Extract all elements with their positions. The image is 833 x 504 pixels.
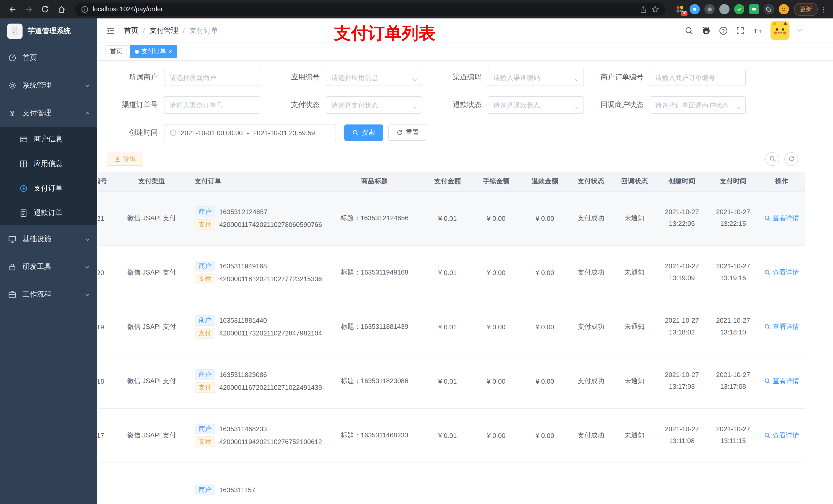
product-title: 标题：1635311881439 — [326, 299, 423, 354]
smiley-icon[interactable] — [779, 4, 789, 14]
avatar-caret-icon[interactable] — [797, 29, 802, 32]
sidebar-item-workflow[interactable]: 工作流程 — [0, 281, 97, 308]
breadcrumb-home[interactable]: 首页 — [124, 26, 138, 35]
avatar[interactable] — [770, 21, 789, 40]
green-chat-icon[interactable] — [749, 4, 759, 14]
col-action: 操作 — [759, 172, 805, 191]
date-range-picker[interactable]: 2021-10-01 00:00:00 - 2021-10-31 23:59:5… — [164, 124, 336, 141]
breadcrumb-pay-mgmt[interactable]: 支付管理 — [149, 26, 178, 35]
view-detail-link[interactable]: 查看详情 — [764, 322, 799, 331]
merchant-order-no-input[interactable] — [649, 69, 746, 86]
channel-code-select[interactable] — [488, 69, 584, 86]
pay-amount: ¥ 0.01 — [423, 299, 472, 354]
channel-order-no-input[interactable] — [164, 96, 260, 114]
create-time-cell: 2021-10-27 13:18:02 — [656, 299, 708, 354]
refund-amount — [521, 462, 569, 504]
sidebar-item-dev-tools[interactable]: 研发工具 — [0, 253, 97, 281]
svg-text:T: T — [754, 27, 758, 34]
pay-channel: 微信 JSAPI 支付 — [116, 408, 188, 462]
refund-status-select[interactable] — [488, 96, 584, 114]
download-icon — [114, 155, 121, 162]
toggle-search-button[interactable] — [765, 152, 779, 166]
credit-card-icon — [20, 135, 28, 143]
gray-extension-icon[interactable] — [719, 4, 730, 14]
export-button[interactable]: 导出 — [108, 152, 142, 166]
knot-icon[interactable] — [764, 4, 774, 14]
view-detail-link[interactable]: 查看详情 — [764, 268, 799, 277]
reset-button[interactable]: 重置 — [388, 124, 427, 141]
chevron-down-icon — [736, 103, 741, 112]
pay-status-select[interactable] — [326, 96, 422, 114]
pay-time-cell: 2021-10-27 13:18:10 — [708, 299, 759, 354]
view-detail-link[interactable]: 查看详情 — [764, 431, 799, 440]
refund-amount: ¥ 0.00 — [521, 191, 569, 245]
date-start[interactable]: 2021-10-01 00:00:00 — [181, 129, 243, 137]
screen: localhost:1024/pay/order 10 — [0, 0, 833, 504]
callback-status-select[interactable] — [649, 96, 746, 114]
reload-icon[interactable] — [38, 2, 52, 16]
orders-table: 编号 支付渠道 支付订单 商品标题 支付金额 手续金额 退款金额 支付状态 回调… — [98, 172, 833, 504]
sidebar-fold-icon[interactable] — [105, 25, 116, 35]
home-icon[interactable] — [54, 2, 69, 16]
close-icon[interactable]: × — [169, 48, 172, 54]
briefcase-icon — [8, 290, 16, 298]
merchant-tag: 商户 — [195, 369, 215, 380]
create-time-cell: 2021-10-27 13:19:09 — [656, 245, 708, 299]
fee-amount: ¥ 0.00 — [472, 245, 521, 299]
merchant-select[interactable] — [164, 69, 260, 86]
navbar: 首页 / 支付管理 / 支付订单 ? — [97, 19, 833, 43]
address-bar[interactable]: localhost:1024/pay/order — [75, 2, 665, 16]
order-id: 20 — [98, 245, 116, 299]
url-text[interactable]: localhost:1024/pay/order — [93, 6, 163, 13]
dark-extension-icon[interactable] — [705, 4, 715, 14]
bookmark-star-icon[interactable] — [651, 5, 659, 13]
tab-home[interactable]: 首页 — [105, 45, 127, 58]
merchant-order-no: 1635311468233 — [219, 425, 267, 433]
refund-amount: ¥ 0.00 — [521, 299, 569, 354]
search-icon[interactable] — [685, 26, 694, 35]
filter-label: 渠道订单号 — [108, 100, 164, 110]
table-body: 21 微信 JSAPI 支付 商户 1635312124657 支付 42000… — [98, 191, 805, 504]
view-detail-link[interactable]: 查看详情 — [764, 214, 799, 223]
font-size-icon[interactable]: TT — [753, 26, 763, 35]
site-info-icon[interactable] — [81, 5, 89, 13]
app-select[interactable] — [326, 69, 422, 86]
browser-update-button[interactable]: 更新 — [794, 3, 818, 16]
forward-icon[interactable] — [22, 2, 36, 16]
tab-pay-order[interactable]: 支付订单 × — [130, 45, 177, 58]
refresh-table-button[interactable] — [784, 152, 798, 166]
magnifier-icon — [764, 432, 770, 438]
sidebar-item-infrastructure[interactable]: 基础设施 — [0, 225, 97, 253]
back-icon[interactable] — [5, 2, 20, 16]
sidebar-item-system[interactable]: 系统管理 — [0, 72, 97, 99]
sidebar-item-app-info[interactable]: 应用信息 — [0, 152, 97, 176]
green-check-icon[interactable] — [734, 4, 744, 14]
palette-grid-icon[interactable]: 10 — [675, 4, 685, 14]
view-detail-link[interactable]: 查看详情 — [764, 377, 799, 386]
pay-status: 支付成功 — [569, 245, 613, 299]
share-icon[interactable] — [639, 5, 647, 13]
col-id: 编号 — [98, 172, 116, 191]
merchant-tag: 商户 — [195, 424, 215, 434]
col-channel: 支付渠道 — [116, 172, 188, 191]
sidebar-item-home[interactable]: 首页 — [0, 44, 97, 72]
blue-pin-icon[interactable] — [690, 4, 700, 14]
sidebar-item-merchant-info[interactable]: 商户信息 — [0, 127, 97, 152]
table-row: 18 微信 JSAPI 支付 商户 1635311823086 支付 42000… — [98, 354, 805, 408]
search-button[interactable]: 搜索 — [344, 124, 383, 141]
sidebar-item-payment[interactable]: ¥ 支付管理 — [0, 99, 97, 127]
fullscreen-icon[interactable] — [736, 26, 745, 35]
sidebar-item-refund-order[interactable]: 退款订单 — [0, 201, 97, 225]
browser-menu-icon[interactable]: ⋮ — [820, 5, 828, 13]
fee-amount: ¥ 0.00 — [472, 299, 521, 354]
date-end[interactable]: 2021-10-31 23:59:59 — [253, 129, 315, 137]
filter-label: 渠道编码 — [431, 73, 488, 82]
github-icon[interactable] — [701, 26, 711, 35]
logo[interactable]: 芋道管理系统 — [0, 19, 97, 44]
logo-image — [7, 24, 23, 39]
sidebar-item-pay-order[interactable]: 支付订单 — [0, 176, 97, 201]
help-icon[interactable]: ? — [719, 26, 728, 35]
monitor-icon — [8, 235, 16, 243]
pay-time-cell: 2021-10-27 13:19:15 — [708, 245, 759, 299]
sidebar-item-label: 支付管理 — [23, 109, 51, 118]
